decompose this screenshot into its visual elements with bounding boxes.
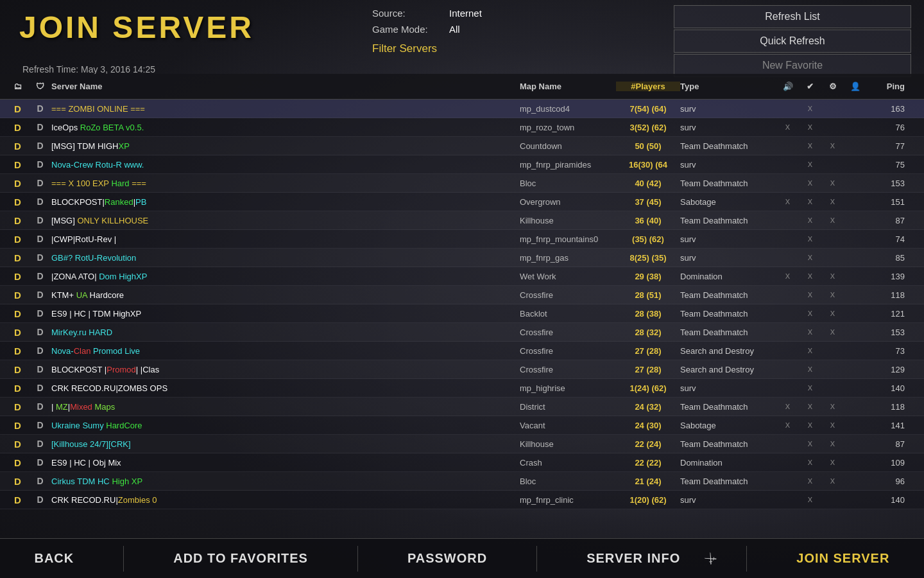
cell-icon2: D [29,197,51,207]
quick-refresh-button[interactable]: Quick Refresh [674,30,911,53]
cell-d: D [6,178,29,189]
cell-ping: 153 [866,179,905,188]
cell-players: 7(54) (64) [616,104,680,114]
header-col-map[interactable]: Map Name [520,82,616,91]
cell-map: Vacant [520,421,616,430]
header-col-type[interactable]: Type [680,82,776,91]
cell-players: 28 (32) [616,328,680,337]
shield-icon: 🛡 [36,82,44,91]
header-col-sound: 🔊 [776,82,799,91]
cell-sound: X [776,198,799,206]
cell-icon2: D [29,457,51,468]
table-row[interactable]: D D |CWP|RotU-Rev | mp_fnrp_mountains0 (… [0,230,924,249]
cell-type: surv [680,123,776,132]
sound-icon: 🔊 [783,82,793,91]
cell-sound: X [776,421,799,429]
cell-map: Bloc [520,477,616,486]
separator2 [357,546,358,572]
table-row[interactable]: D D Nova-Crew Rotu-R www. mp_fnrp_pirami… [0,155,924,174]
cell-sound: X [776,272,799,280]
cell-map: mp_dustcod4 [520,104,616,114]
header-col-ping[interactable]: Ping [866,82,905,91]
join-server-button[interactable]: Join Server [777,545,909,572]
cell-check: X [799,365,821,373]
cell-d: D [6,234,29,245]
back-button[interactable]: Back [15,545,93,572]
table-row[interactable]: D D Ukraine Sumy HardCore Vacant 24 (30)… [0,416,924,435]
table-row[interactable]: D D [MSG] ONLY KILLHOUSE Killhouse 36 (4… [0,211,924,230]
cell-check: X [799,328,821,336]
cell-cog: X [821,403,844,410]
cell-cog: X [821,328,844,336]
cell-name: ES9 | HC | Obj Mix [51,458,520,468]
cell-map: Crossfire [520,328,616,337]
cell-type: surv [680,104,776,114]
add-to-favorites-button[interactable]: Add To Favorites [154,545,327,572]
cell-name: | MZ|Mixed Maps [51,402,520,412]
cell-players: 24 (32) [616,402,680,412]
table-row[interactable]: D D Cirkus TDM HC High XP Bloc 21 (24) T… [0,472,924,491]
filter-area: Source: Internet Game Mode: All Filter S… [359,0,667,55]
table-row[interactable]: D D BLOCKPOST|Ranked|PB Overgrown 37 (45… [0,193,924,211]
table-row[interactable]: D D IceOps RoZo BETA v0.5. mp_rozo_town … [0,118,924,137]
filter-servers-button[interactable]: Filter Servers [372,42,667,55]
cell-ping: 109 [866,458,905,468]
header-col-cog: ⚙ [821,82,844,91]
cell-check: X [799,105,821,112]
cell-name: === X 100 EXP Hard === [51,179,520,188]
password-button[interactable]: Password [388,545,506,572]
table-row[interactable]: D D [Killhouse 24/7][CRK] Killhouse 22 (… [0,435,924,453]
cell-ping: 118 [866,290,905,300]
table-row[interactable]: D D ES9 | HC | TDM HighXP Backlot 28 (38… [0,304,924,323]
cell-cog: X [821,440,844,448]
cell-name: [MSG] ONLY KILLHOUSE [51,216,520,225]
table-row[interactable]: D D BLOCKPOST |Promod| |Clas Crossfire 2… [0,360,924,379]
table-row[interactable]: D D CRK RECOD.RU|Zombies 0 mp_fnrp_clini… [0,491,924,509]
cell-name: KTM+ UA Hardcore [51,290,520,300]
table-row[interactable]: D D CRK RECOD.RU|ZOMBS OPS mp_highrise 1… [0,379,924,398]
cell-check: X [799,254,821,261]
table-row[interactable]: D D MirKey.ru HARD Crossfire 28 (32) Tea… [0,323,924,342]
table-row[interactable]: D D [MSG] TDM HIGHXP Countdown 50 (50) T… [0,137,924,155]
header-col-name[interactable]: Server Name [51,82,520,91]
cell-ping: 139 [866,272,905,281]
cell-type: Domination [680,458,776,468]
source-row: Source: Internet [372,8,667,19]
cell-map: Countdown [520,141,616,151]
cell-type: surv [680,253,776,263]
cell-name: ES9 | HC | TDM HighXP [51,309,520,319]
separator3 [536,546,537,572]
table-row[interactable]: D D |ZONA ATO| Dom HighXP Wet Work 29 (3… [0,267,924,286]
header: JOIN SERVER Refresh Time: May 3, 2016 14… [0,0,924,74]
cell-check: X [799,216,821,224]
cell-d: D [6,346,29,356]
cell-check: X [799,384,821,392]
cell-type: Search and Destroy [680,346,776,356]
cell-map: mp_fnrp_piramides [520,160,616,170]
cell-name: GB#? RotU-Revolution [51,253,520,263]
table-row[interactable]: D D ES9 | HC | Obj Mix Crash 22 (22) Dom… [0,453,924,472]
cell-icon2: D [29,476,51,486]
refresh-list-button[interactable]: Refresh List [674,5,911,28]
table-row[interactable]: D D | MZ|Mixed Maps District 24 (32) Tea… [0,398,924,416]
cell-cog: X [821,142,844,150]
table-row[interactable]: D D KTM+ UA Hardcore Crossfire 28 (51) T… [0,286,924,304]
cell-name: BLOCKPOST|Ranked|PB [51,197,520,207]
header-col-players[interactable]: #Players [616,82,680,91]
cell-ping: 140 [866,495,905,505]
cell-check: X [799,440,821,448]
cell-d: D [6,159,29,170]
cell-cog: X [821,198,844,206]
server-info-button[interactable]: Server Info [567,545,699,572]
table-row[interactable]: D D GB#? RotU-Revolution mp_fnrp_gas 8(2… [0,249,924,267]
header-col-icon1: 🗂 [6,82,29,91]
table-row[interactable]: D D === ZOMBI ONLINE === mp_dustcod4 7(5… [0,100,924,118]
cell-map: Overgrown [520,197,616,207]
cell-ping: 77 [866,141,905,151]
table-row[interactable]: D D Nova-Clan Promod Live Crossfire 27 (… [0,342,924,360]
folder-icon: 🗂 [13,82,22,91]
table-row[interactable]: D D === X 100 EXP Hard === Bloc 40 (42) … [0,174,924,193]
cell-map: Bloc [520,179,616,188]
cell-map: Killhouse [520,439,616,449]
cell-players: 8(25) (35) [616,253,680,263]
